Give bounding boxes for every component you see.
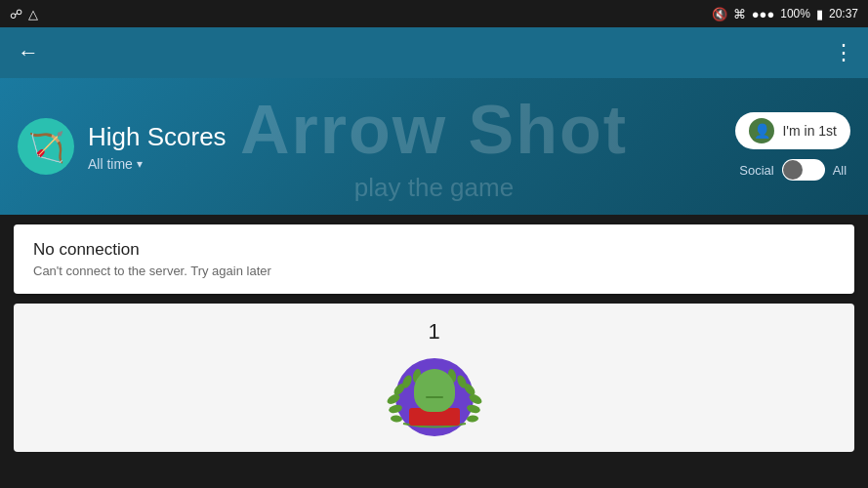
rank-section: 1 bbox=[14, 304, 854, 452]
notification-icon: ☍ bbox=[10, 7, 22, 21]
rank-avatar-container bbox=[395, 358, 474, 436]
status-bar-right: 🔇 ⌘ ●●● 100% ▮ 20:37 bbox=[702, 7, 858, 21]
app-bar: ← ⋮ bbox=[0, 27, 868, 78]
social-all-toggle[interactable] bbox=[782, 159, 825, 181]
svg-point-10 bbox=[466, 403, 481, 414]
rank-avatar-background bbox=[395, 358, 474, 436]
bluetooth-icon bbox=[702, 7, 706, 21]
warning-icon: △ bbox=[28, 7, 38, 21]
hero-title: High Scores bbox=[88, 122, 735, 152]
face-detail bbox=[426, 396, 443, 398]
svg-point-4 bbox=[388, 403, 403, 414]
no-connection-card: No connection Can't connect to the serve… bbox=[14, 224, 854, 294]
game-icon: 🏹 bbox=[18, 118, 74, 175]
social-label: Social bbox=[739, 163, 773, 178]
status-bar-left: ☍ △ bbox=[10, 7, 38, 21]
avatar-body bbox=[409, 369, 460, 426]
toggle-thumb bbox=[783, 160, 803, 180]
social-toggle-row: Social All bbox=[739, 159, 847, 181]
svg-point-5 bbox=[390, 415, 402, 423]
no-connection-description: Can't connect to the server. Try again l… bbox=[33, 264, 835, 278]
avatar-head bbox=[414, 369, 455, 412]
filter-label: All time bbox=[88, 156, 133, 172]
wifi-icon: ⌘ bbox=[733, 7, 746, 21]
app-bar-left: ← bbox=[14, 36, 43, 69]
time-filter-button[interactable]: All time ▾ bbox=[88, 156, 735, 172]
chevron-down-icon: ▾ bbox=[137, 157, 143, 171]
clock: 20:37 bbox=[829, 7, 858, 20]
no-connection-title: No connection bbox=[33, 240, 835, 260]
game-icon-glyph: 🏹 bbox=[28, 130, 64, 164]
back-button[interactable]: ← bbox=[14, 36, 43, 69]
status-bar: ☍ △ 🔇 ⌘ ●●● 100% ▮ 20:37 bbox=[0, 0, 868, 27]
user-avatar: 👤 bbox=[749, 118, 774, 143]
battery-icon: ▮ bbox=[816, 7, 823, 21]
im-in-label: I'm in 1st bbox=[782, 123, 837, 139]
svg-point-11 bbox=[466, 415, 478, 423]
avatar-icon: 👤 bbox=[754, 123, 770, 139]
hero-right: 👤 I'm in 1st Social All bbox=[735, 112, 850, 181]
im-in-button[interactable]: 👤 I'm in 1st bbox=[735, 112, 850, 149]
hero-content: 🏹 High Scores All time ▾ 👤 I'm in 1st So… bbox=[0, 112, 868, 181]
rank-number: 1 bbox=[428, 319, 439, 345]
mute-icon: 🔇 bbox=[712, 7, 727, 21]
hero-section: Arrow Shot play the game 🏹 High Scores A… bbox=[0, 78, 868, 215]
all-label: All bbox=[833, 163, 847, 178]
hero-title-block: High Scores All time ▾ bbox=[88, 122, 735, 172]
battery-percent: 100% bbox=[780, 7, 810, 20]
more-menu-button[interactable]: ⋮ bbox=[833, 40, 854, 65]
signal-icon: ●●● bbox=[752, 7, 775, 21]
